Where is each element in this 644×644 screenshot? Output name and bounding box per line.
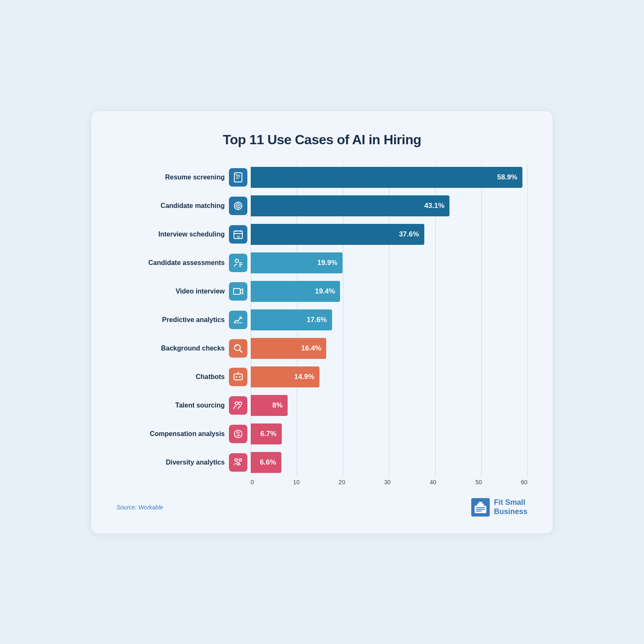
svg-point-7 [237,205,239,207]
svg-point-15 [235,259,239,262]
svg-rect-19 [234,288,240,294]
grid-line [527,164,528,475]
bar-section: 43.1% [251,195,527,216]
svg-point-31 [239,459,242,461]
label-section: Resume screening [117,168,251,187]
bar-row: Chatbots 14.9% [117,364,527,390]
row-icon [229,368,247,386]
row-label: Diversity analytics [166,459,225,466]
row-icon [229,282,247,301]
svg-point-25 [239,376,241,378]
row-icon [229,311,247,329]
row-label: Resume screening [165,174,225,181]
bar-row: Candidate assessments 19.9% [117,250,527,276]
bar-value-label: 8% [272,401,283,410]
bar-section: 6.7% [251,423,527,444]
bar-row: Predictive analytics 17.6% [117,307,527,333]
row-label: Talent sourcing [175,402,225,409]
row-icon [229,339,247,358]
brand-logo-icon [471,498,490,517]
row-icon [229,453,247,472]
label-section: Chatbots [117,368,251,386]
bar-fill: 19.4% [251,281,340,302]
bar-fill: 6.6% [251,452,281,473]
svg-rect-39 [476,511,482,512]
bar-section: 19.9% [251,252,527,273]
bar-fill: 16.4% [251,338,326,359]
x-tick: 60 [521,479,527,486]
bar-section: 8% [251,395,527,416]
row-icon [229,396,247,415]
svg-point-24 [236,376,237,378]
label-section: Candidate matching [117,197,251,215]
brand-name: Fit Small Business [494,498,527,516]
bar-row: Background checks 16.4% [117,335,527,361]
row-label: Compensation analysis [150,430,225,438]
bar-value-label: 19.9% [317,259,338,267]
chart-container: Top 11 Use Cases of AI in Hiring Resume … [91,111,553,533]
svg-point-28 [239,402,242,405]
x-tick: 50 [475,479,482,486]
label-section: Video interview [117,282,251,301]
row-icon [229,168,247,187]
row-label: Video interview [176,288,225,295]
source-label: Source: [117,504,138,511]
row-label: Candidate assessments [148,259,225,267]
bars-wrapper: Resume screening 58.9% Candidate matchin… [117,164,527,475]
label-section: Compensation analysis [117,425,251,443]
x-axis: 0102030405060 [251,479,527,486]
bar-fill: 14.9% [251,366,319,387]
bar-fill: 8% [251,395,288,416]
bar-section: 37.6% [251,224,527,245]
svg-line-22 [239,350,242,352]
bar-value-label: 17.6% [306,316,327,324]
bar-section: 14.9% [251,366,527,387]
bar-row: Compensation analysis 6.7% [117,421,527,447]
bar-value-label: 6.6% [260,458,276,467]
row-label: Interview scheduling [158,231,225,238]
label-section: Predictive analytics [117,311,251,329]
bar-section: 16.4% [251,338,527,359]
row-label: Chatbots [196,373,225,381]
svg-rect-38 [476,509,485,510]
bar-value-label: 58.9% [497,173,517,182]
svg-rect-16 [239,262,242,263]
bar-row: Diversity analytics 6.6% [117,449,527,475]
x-tick: 10 [293,479,300,486]
bar-fill: 37.6% [251,224,424,245]
label-section: Diversity analytics [117,453,251,472]
row-icon [229,254,247,272]
x-tick: 30 [384,479,391,486]
x-tick: 0 [251,479,254,486]
source-text: Source: Workable [117,504,163,511]
bar-fill: 58.9% [251,167,522,188]
bar-row: Video interview 19.4% [117,278,527,304]
bar-row: Resume screening 58.9% [117,164,527,190]
row-icon: 10 [229,225,247,244]
svg-point-26 [238,371,239,373]
svg-rect-18 [239,266,241,267]
x-tick: 20 [339,479,345,486]
row-icon [229,425,247,443]
source-name: Workable [138,504,163,511]
bar-value-label: 43.1% [424,202,444,210]
footer: Source: Workable Fit Small Business [117,498,527,517]
row-label: Background checks [161,345,225,352]
bar-value-label: 19.4% [315,287,335,296]
svg-text:10: 10 [236,235,240,239]
bar-row: Talent sourcing 8% [117,392,527,418]
bar-fill: 43.1% [251,195,449,216]
label-section: Talent sourcing [117,396,251,415]
svg-rect-23 [234,374,242,380]
bar-section: 19.4% [251,281,527,302]
x-tick: 40 [430,479,436,486]
bar-section: 58.9% [251,167,527,188]
row-icon [229,197,247,215]
label-section: Candidate assessments [117,254,251,272]
bar-value-label: 16.4% [301,344,321,353]
label-section: Interview scheduling 10 [117,225,251,244]
bar-fill: 19.9% [251,252,343,273]
bar-section: 17.6% [251,309,527,330]
bar-section: 6.6% [251,452,527,473]
svg-point-30 [235,459,237,461]
